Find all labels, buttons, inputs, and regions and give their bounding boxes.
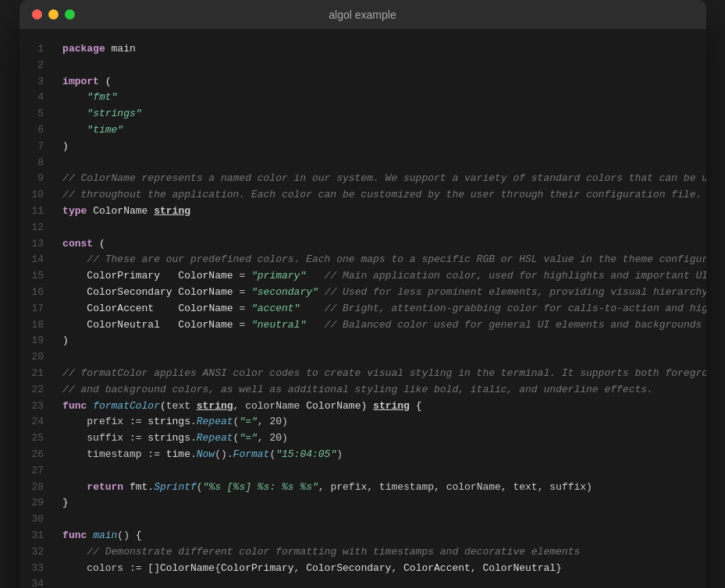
- line-code: // Demonstrate different color formattin…: [56, 544, 705, 561]
- table-row: 18 ColorNeutral ColorName = "neutral" //…: [20, 317, 706, 334]
- table-row: 9 // ColorName represents a named color …: [20, 171, 706, 187]
- line-number: 33: [20, 561, 57, 577]
- table-row: 4 "fmt": [20, 90, 706, 106]
- line-number: 8: [20, 155, 57, 172]
- code-window: algol example 1 package main 2 3 import …: [20, 0, 706, 588]
- line-number: 19: [20, 333, 57, 349]
- table-row: 13 const (: [20, 236, 706, 253]
- line-number: 11: [20, 204, 57, 220]
- minimize-button[interactable]: [48, 9, 59, 19]
- line-number: 29: [20, 495, 57, 512]
- table-row: 26 timestamp := time.Now().Format("15:04…: [20, 447, 706, 463]
- line-number: 20: [20, 349, 57, 366]
- table-row: 21 // formatColor applies ANSI color cod…: [20, 366, 706, 382]
- close-button[interactable]: [32, 9, 42, 19]
- table-row: 22 // and background colors, as well as …: [20, 382, 706, 398]
- line-number: 9: [20, 171, 57, 187]
- line-code: "strings": [56, 106, 705, 122]
- table-row: 16 ColorSecondary ColorName = "secondary…: [20, 285, 706, 301]
- table-row: 11 type ColorName string: [20, 204, 706, 220]
- line-number: 4: [20, 90, 57, 106]
- table-row: 30: [20, 512, 706, 528]
- line-code: func main() {: [56, 528, 705, 544]
- line-code: // and background colors, as well as add…: [56, 382, 705, 398]
- line-number: 27: [20, 463, 57, 480]
- table-row: 8: [20, 155, 706, 172]
- line-number: 3: [20, 74, 57, 90]
- line-number: 1: [20, 41, 57, 58]
- table-row: 15 ColorPrimary ColorName = "primary" //…: [20, 268, 706, 285]
- line-code: [56, 463, 705, 480]
- line-number: 28: [20, 480, 57, 496]
- line-code: suffix := strings.Repeat("=", 20): [56, 430, 705, 447]
- table-row: 3 import (: [20, 74, 706, 90]
- line-number: 24: [20, 414, 57, 430]
- table-row: 2: [20, 58, 706, 74]
- line-code: func formatColor(text string, colorName …: [56, 398, 705, 415]
- line-number: 22: [20, 382, 57, 398]
- table-row: 10 // throughout the application. Each c…: [20, 187, 706, 204]
- line-number: 25: [20, 430, 57, 447]
- line-number: 13: [20, 236, 57, 253]
- line-code: [56, 58, 705, 74]
- line-code: // throughout the application. Each colo…: [56, 187, 705, 204]
- table-row: 20: [20, 349, 706, 366]
- code-editor[interactable]: 1 package main 2 3 import ( 4 "fmt" 5: [20, 29, 706, 588]
- line-code: [56, 155, 705, 172]
- line-number: 5: [20, 106, 57, 122]
- code-table: 1 package main 2 3 import ( 4 "fmt" 5: [20, 41, 706, 588]
- line-code: package main: [56, 41, 705, 58]
- line-code: const (: [56, 236, 705, 253]
- line-number: 21: [20, 366, 57, 382]
- line-number: 16: [20, 285, 57, 301]
- line-code: [56, 512, 705, 528]
- line-code: }: [56, 495, 705, 512]
- line-number: 34: [20, 576, 57, 588]
- line-code: // formatColor applies ANSI color codes …: [56, 366, 705, 382]
- line-code: prefix := strings.Repeat("=", 20): [56, 414, 705, 430]
- line-code: type ColorName string: [56, 204, 705, 220]
- table-row: 7 ): [20, 139, 706, 155]
- table-row: 33 colors := []ColorName{ColorPrimary, C…: [20, 561, 706, 577]
- table-row: 14 // These are our predefined colors. E…: [20, 252, 706, 268]
- window-title: algol example: [329, 9, 396, 21]
- table-row: 32 // Demonstrate different color format…: [20, 544, 706, 561]
- line-number: 30: [20, 512, 57, 528]
- line-code: // ColorName represents a named color in…: [56, 171, 705, 187]
- line-number: 10: [20, 187, 57, 204]
- line-number: 15: [20, 268, 57, 285]
- line-number: 18: [20, 317, 57, 334]
- table-row: 5 "strings": [20, 106, 706, 122]
- table-row: 19 ): [20, 333, 706, 349]
- line-code: "fmt": [56, 90, 705, 106]
- line-number: 7: [20, 139, 57, 155]
- table-row: 6 "time": [20, 122, 706, 139]
- line-number: 17: [20, 301, 57, 317]
- line-number: 14: [20, 252, 57, 268]
- table-row: 27: [20, 463, 706, 480]
- table-row: 23 func formatColor(text string, colorNa…: [20, 398, 706, 415]
- maximize-button[interactable]: [65, 9, 75, 19]
- line-number: 26: [20, 447, 57, 463]
- line-code: return fmt.Sprintf("%s [%s] %s: %s %s", …: [56, 480, 705, 496]
- line-code: [56, 349, 705, 366]
- table-row: 24 prefix := strings.Repeat("=", 20): [20, 414, 706, 430]
- line-code: ColorNeutral ColorName = "neutral" // Ba…: [56, 317, 705, 334]
- table-row: 28 return fmt.Sprintf("%s [%s] %s: %s %s…: [20, 480, 706, 496]
- line-code: // These are our predefined colors. Each…: [56, 252, 705, 268]
- line-number: 12: [20, 220, 57, 236]
- line-code: import (: [56, 74, 705, 90]
- line-number: 31: [20, 528, 57, 544]
- line-code: timestamp := time.Now().Format("15:04:05…: [56, 447, 705, 463]
- line-code: [56, 576, 705, 588]
- table-row: 17 ColorAccent ColorName = "accent" // B…: [20, 301, 706, 317]
- line-number: 2: [20, 58, 57, 74]
- line-code: ColorAccent ColorName = "accent" // Brig…: [56, 301, 705, 317]
- line-code: "time": [56, 122, 705, 139]
- titlebar: algol example: [20, 0, 706, 29]
- table-row: 1 package main: [20, 41, 706, 58]
- traffic-lights: [32, 9, 75, 19]
- line-number: 32: [20, 544, 57, 561]
- table-row: 34: [20, 576, 706, 588]
- line-code: ): [56, 333, 705, 349]
